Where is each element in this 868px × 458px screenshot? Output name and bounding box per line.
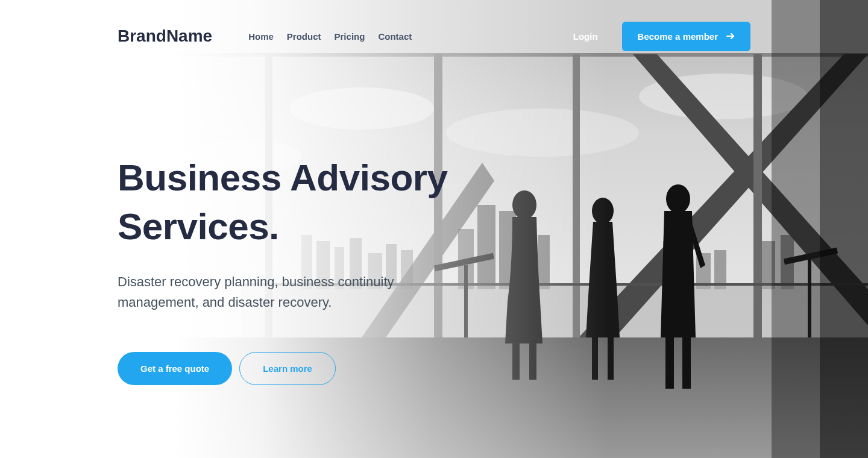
get-quote-button[interactable]: Get a free quote [118, 352, 232, 385]
learn-more-button[interactable]: Learn more [239, 352, 336, 385]
nav-link-home[interactable]: Home [248, 31, 274, 42]
hero-subtitle: Disaster recovery planning, business con… [118, 272, 431, 313]
nav-link-pricing[interactable]: Pricing [335, 31, 365, 42]
site-header: BrandName Home Product Pricing Contact L… [118, 0, 750, 54]
become-member-label: Become a member [638, 31, 718, 42]
arrow-right-icon [726, 33, 735, 40]
nav-right-group: Login Become a member [573, 22, 750, 51]
hero-content: Business Advisory Services. Disaster rec… [118, 154, 539, 385]
main-nav: Home Product Pricing Contact [248, 31, 412, 42]
login-link[interactable]: Login [573, 31, 598, 42]
hero-title-line2: Services. [118, 205, 279, 247]
nav-link-contact[interactable]: Contact [378, 31, 412, 42]
brand-logo[interactable]: BrandName [118, 27, 212, 46]
hero-actions: Get a free quote Learn more [118, 352, 539, 385]
hero-title-line1: Business Advisory [118, 157, 447, 198]
become-member-button[interactable]: Become a member [622, 22, 750, 51]
nav-link-product[interactable]: Product [287, 31, 321, 42]
nav-left-group: BrandName Home Product Pricing Contact [118, 27, 412, 46]
hero-title: Business Advisory Services. [118, 154, 539, 251]
